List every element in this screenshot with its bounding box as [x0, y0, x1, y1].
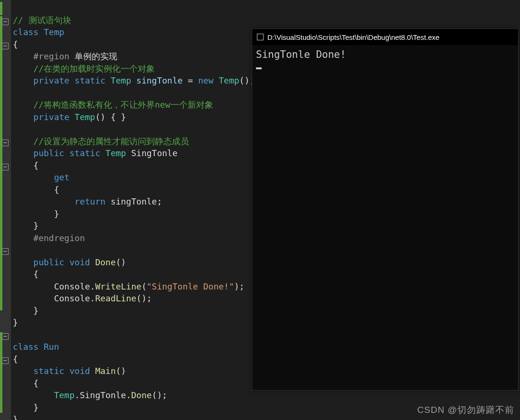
code-line: } [13, 317, 18, 327]
code-line: } [13, 414, 18, 420]
code-line: { [13, 354, 18, 364]
code-line: } [13, 306, 38, 316]
code-line: #region [13, 51, 69, 61]
fold-toggle[interactable]: − [2, 140, 9, 146]
code-line: Console. [13, 293, 95, 303]
fold-toggle[interactable]: − [2, 248, 9, 255]
code-line: private [13, 112, 69, 122]
fold-toggle[interactable]: − [2, 357, 9, 364]
code-line: // 测试语句块 [13, 15, 71, 25]
change-bar [0, 2, 2, 15]
code-line: get [54, 172, 70, 182]
fold-gutter: − − − − − − − [0, 0, 11, 420]
code-line: } [13, 209, 59, 219]
code-line: { [13, 269, 38, 279]
cursor-icon [256, 67, 262, 69]
change-bar [0, 332, 2, 413]
code-line: class Run [13, 342, 59, 352]
code-line: //设置为静态的属性才能访问到静态成员 [13, 136, 189, 146]
console-titlebar[interactable]: D:\VisualStudio\Scripts\Test\bin\Debug\n… [252, 29, 518, 45]
fold-toggle[interactable]: − [2, 43, 9, 49]
code-line: { [13, 378, 38, 388]
fold-toggle[interactable]: − [2, 333, 9, 340]
fold-toggle[interactable]: − [2, 19, 9, 25]
console-output: SingTonle Done! [252, 45, 518, 390]
code-line: #endregion [13, 233, 85, 243]
code-line: Temp [13, 390, 75, 400]
code-line: public [13, 257, 64, 267]
change-bar [0, 16, 2, 310]
code-line: return [75, 196, 105, 206]
code-line: private [13, 75, 69, 85]
code-line: //将构造函数私有化，不让外界new一个新对象 [13, 100, 213, 110]
code-line: static [13, 366, 64, 376]
app-icon [257, 34, 264, 40]
code-line: //在类的加载时实例化一个对象 [13, 64, 155, 74]
code-line: } [13, 221, 38, 231]
console-window[interactable]: D:\VisualStudio\Scripts\Test\bin\Debug\n… [252, 28, 519, 391]
watermark: CSDN @切勿踌躇不前 [417, 404, 514, 416]
code-line: Console. [13, 281, 95, 291]
console-title: D:\VisualStudio\Scripts\Test\bin\Debug\n… [267, 33, 439, 41]
code-line: class Temp [13, 27, 64, 37]
code-line: { [13, 39, 18, 49]
code-line: public [13, 148, 64, 158]
fold-toggle[interactable]: − [2, 164, 9, 170]
code-line: } [13, 402, 38, 412]
code-line: { [13, 185, 59, 195]
code-line: { [13, 160, 38, 170]
